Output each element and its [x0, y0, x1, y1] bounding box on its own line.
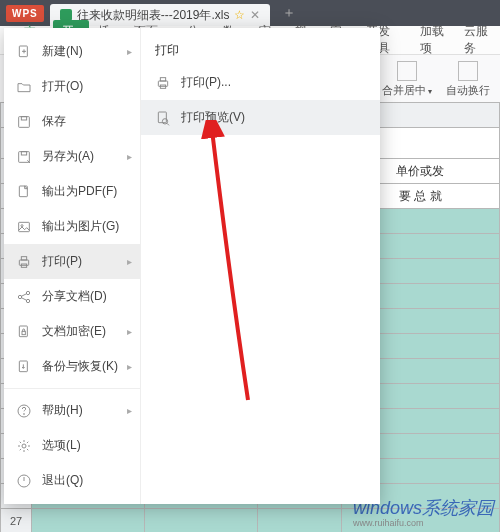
file-menu-label: 备份与恢复(K)	[42, 358, 118, 375]
svg-point-19	[22, 444, 26, 448]
svg-point-12	[26, 291, 29, 294]
app-logo: WPS	[6, 5, 44, 22]
file-menu-options[interactable]: 选项(L)	[4, 428, 140, 463]
svg-rect-15	[22, 331, 25, 334]
svg-rect-8	[19, 260, 28, 265]
img-icon	[16, 219, 32, 235]
file-menu-img[interactable]: 输出为图片(G)	[4, 209, 140, 244]
pdf-icon	[16, 184, 32, 200]
file-menu-label: 选项(L)	[42, 437, 81, 454]
chevron-right-icon: ▸	[127, 46, 132, 57]
svg-point-11	[18, 295, 21, 298]
file-menu-label: 退出(Q)	[42, 472, 83, 489]
file-menu-label: 文档加密(E)	[42, 323, 106, 340]
merge-center-button[interactable]: 合并居中 ▾	[378, 59, 436, 100]
wrap-label: 自动换行	[446, 83, 490, 98]
file-menu-exit[interactable]: 退出(Q)	[4, 463, 140, 498]
file-dropdown-menu: 新建(N)▸打开(O)保存另存为(A)▸输出为PDF(F)输出为图片(G)打印(…	[4, 28, 380, 504]
wrap-icon	[458, 61, 478, 81]
star-icon[interactable]: ☆	[234, 8, 245, 22]
file-menu-label: 另存为(A)	[42, 148, 94, 165]
saveas-icon	[16, 149, 32, 165]
file-menu-left-pane: 新建(N)▸打开(O)保存另存为(A)▸输出为PDF(F)输出为图片(G)打印(…	[4, 28, 141, 504]
file-menu-label: 输出为PDF(F)	[42, 183, 117, 200]
file-menu-new[interactable]: 新建(N)▸	[4, 34, 140, 69]
wrap-text-button[interactable]: 自动换行	[442, 59, 494, 100]
file-menu-saveas[interactable]: 另存为(A)▸	[4, 139, 140, 174]
close-tab-icon[interactable]: ✕	[250, 8, 260, 22]
encrypt-icon	[16, 324, 32, 340]
submenu-title: 打印	[141, 36, 380, 65]
svg-rect-6	[19, 222, 30, 231]
file-menu-label: 保存	[42, 113, 66, 130]
document-tab-title: 往来收款明细表---2019年.xls	[77, 7, 230, 24]
file-menu-save[interactable]: 保存	[4, 104, 140, 139]
options-icon	[16, 438, 32, 454]
print-preview-icon	[155, 110, 171, 126]
chevron-right-icon: ▸	[127, 361, 132, 372]
row-header[interactable]: 27	[1, 509, 32, 533]
help-icon	[16, 403, 32, 419]
chevron-right-icon: ▸	[127, 405, 132, 416]
printer-icon	[155, 75, 171, 91]
svg-rect-21	[158, 81, 167, 86]
file-menu-pdf[interactable]: 输出为PDF(F)	[4, 174, 140, 209]
file-menu-label: 打开(O)	[42, 78, 83, 95]
backup-icon	[16, 359, 32, 375]
new-icon	[16, 44, 32, 60]
file-menu-share[interactable]: 分享文档(D)	[4, 279, 140, 314]
submenu-print-preview[interactable]: 打印预览(V)	[141, 100, 380, 135]
file-menu-print[interactable]: 打印(P)▸	[4, 244, 140, 279]
svg-point-18	[24, 413, 25, 414]
file-menu-open[interactable]: 打开(O)	[4, 69, 140, 104]
file-menu-help[interactable]: 帮助(H)▸	[4, 393, 140, 428]
submenu-label: 打印(P)...	[181, 74, 231, 91]
file-menu-right-pane: 打印 打印(P)... 打印预览(V)	[141, 28, 380, 504]
merge-label: 合并居中	[382, 84, 426, 96]
svg-rect-9	[21, 256, 26, 259]
save-icon	[16, 114, 32, 130]
chevron-right-icon: ▸	[127, 326, 132, 337]
chevron-right-icon: ▸	[127, 256, 132, 267]
svg-point-13	[26, 299, 29, 302]
svg-rect-2	[21, 116, 26, 119]
file-menu-label: 新建(N)	[42, 43, 83, 60]
print-icon	[16, 254, 32, 270]
exit-icon	[16, 473, 32, 489]
file-menu-label: 打印(P)	[42, 253, 82, 270]
svg-rect-22	[160, 77, 165, 80]
share-icon	[16, 289, 32, 305]
file-menu-encrypt[interactable]: 文档加密(E)▸	[4, 314, 140, 349]
submenu-print[interactable]: 打印(P)...	[141, 65, 380, 100]
open-icon	[16, 79, 32, 95]
file-menu-label: 帮助(H)	[42, 402, 83, 419]
svg-rect-1	[19, 116, 30, 127]
tab-cloud[interactable]: 云服务	[455, 23, 500, 57]
chevron-right-icon: ▸	[127, 151, 132, 162]
submenu-label: 打印预览(V)	[181, 109, 245, 126]
caret-down-icon: ▾	[426, 87, 432, 96]
file-menu-label: 输出为图片(G)	[42, 218, 119, 235]
new-tab-button[interactable]: ＋	[282, 4, 296, 22]
file-menu-backup[interactable]: 备份与恢复(K)▸	[4, 349, 140, 384]
merge-icon	[397, 61, 417, 81]
svg-rect-4	[21, 151, 26, 154]
tab-addin[interactable]: 加载项	[411, 23, 456, 57]
watermark-url: www.ruihaifu.com	[353, 518, 494, 528]
svg-point-25	[162, 118, 167, 123]
file-menu-label: 分享文档(D)	[42, 288, 107, 305]
